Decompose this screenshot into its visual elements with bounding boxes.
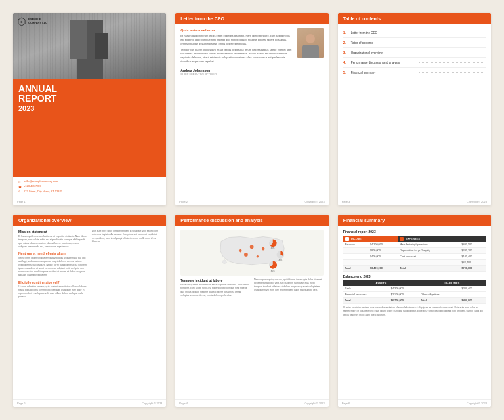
org-col2-text: Duis aute irure dolor in reprehenderit i… bbox=[92, 230, 161, 243]
card-content: Quis autem vel eum Et harum quidem rerum… bbox=[175, 24, 328, 198]
card-header: Organizational overview bbox=[13, 215, 166, 226]
card-cover: E EXAMPLE COMPANY LLC ANNUAL REPORT 2023… bbox=[13, 13, 166, 205]
card-content: Mission statement Et harum quidem rerum … bbox=[13, 226, 166, 399]
copyright: Copyright © 2023 bbox=[304, 402, 324, 405]
toc-list: 1. Letter from the CEO 2. Table of conte… bbox=[343, 28, 486, 77]
page-number: Page 1 bbox=[17, 200, 26, 203]
org-col-1: Mission statement Et harum quidem rerum … bbox=[18, 230, 88, 299]
toc-item-2: 2. Table of contents bbox=[343, 38, 486, 48]
location-icon: ⊙ bbox=[18, 190, 22, 193]
org-columns: Mission statement Et harum quidem rerum … bbox=[18, 230, 161, 299]
card-content: 65% 40% 80% Tempore bbox=[175, 226, 328, 399]
copyright: Copyright © 2023 bbox=[467, 402, 487, 405]
income-expenses-table: INCOME EXPENSES Revenue $4,200,000 Manuf… bbox=[343, 236, 486, 272]
fin-total-row: Total $3,400,000 Total $700,000 bbox=[343, 266, 486, 272]
perf-col2: Nesque porro quisquam est, qui dolorem i… bbox=[254, 278, 324, 292]
card-header: Table of contents bbox=[338, 13, 491, 24]
card-content: Financial report 2023 INCOME EXPENSES bbox=[338, 226, 491, 399]
balance-total-row: Total $6,700,000 Total $400,000 bbox=[343, 298, 486, 304]
svg-point-2 bbox=[239, 249, 242, 253]
card-org: Organizational overview Mission statemen… bbox=[13, 215, 166, 407]
financial-report-title: Financial report 2023 bbox=[343, 230, 486, 234]
page-number: Page 2 bbox=[179, 200, 188, 203]
toc-item-3: 3. Organizational overview bbox=[343, 48, 486, 58]
svg-text:E: E bbox=[21, 20, 23, 24]
liabilities-header: LIABILITIES bbox=[419, 280, 486, 286]
balance-row-2: Financial resources $2,100,000 Other obl… bbox=[343, 292, 486, 298]
balance-title: Balance end 2023 bbox=[343, 274, 486, 278]
card-footer: Page 6 Copyright © 2023 bbox=[338, 399, 491, 407]
financial-footer-text: Ut enim ad minim veniam, quis nostrud ex… bbox=[343, 306, 486, 317]
cover-orange-section: ANNUAL REPORT 2023 bbox=[13, 79, 166, 177]
org-orange-title-1: Nentrum et hendreflenis aliam bbox=[18, 251, 88, 255]
card-financial: Financial summary Financial report 2023 … bbox=[338, 215, 491, 407]
org-text-2: Ut enim ad minim veniam, quis nostrud ex… bbox=[18, 285, 88, 299]
perf-col-2: Nesque porro quisquam est, qui dolorem i… bbox=[254, 278, 324, 297]
card-header: Performance discussion and analysis bbox=[175, 215, 328, 226]
card-performance: Performance discussion and analysis bbox=[175, 215, 328, 407]
perf-section-title: Tempore incidunt ut labore bbox=[180, 278, 250, 282]
toc-item-4: 4. Performance discussion and analysis bbox=[343, 58, 486, 68]
ceo-role: CHIEF EXECUTIVE OFFICER bbox=[180, 72, 323, 75]
svg-point-3 bbox=[250, 245, 254, 249]
company-name: EXAMPLE COMPANY LLC bbox=[28, 18, 47, 25]
page-number: Page 4 bbox=[179, 402, 188, 405]
usa-map-svg: 65% 40% 80% bbox=[180, 230, 323, 276]
card-footer: Page 3 Copyright © 2023 bbox=[338, 198, 491, 205]
income-header: INCOME bbox=[343, 236, 398, 242]
balance-row-1: Cash $4,300,000 $200,400 bbox=[343, 286, 486, 292]
building-graphic bbox=[77, 20, 103, 79]
contact-info: ✉ hello@examplecompany.com ☎ +123 456 78… bbox=[18, 180, 161, 194]
card-header: Financial summary bbox=[338, 215, 491, 226]
svg-point-6 bbox=[257, 255, 259, 258]
copyright: Copyright © 2023 bbox=[467, 200, 487, 203]
fin-row-2: $800,000 Depreciation for yr. 1 equity $… bbox=[343, 248, 486, 254]
fin-row-1: Revenue $4,200,000 Manufacturing/operati… bbox=[343, 242, 486, 248]
org-orange-title-2: Eligibile sunt in naipe vel? bbox=[18, 280, 88, 284]
svg-text:40%: 40% bbox=[279, 259, 283, 262]
cover-year: 2023 bbox=[18, 104, 161, 112]
phone-icon: ☎ bbox=[18, 185, 22, 188]
assets-header: ASSETS bbox=[343, 280, 419, 286]
svg-point-5 bbox=[244, 253, 248, 257]
expenses-header: EXPENSES bbox=[398, 236, 486, 242]
company-logo: E EXAMPLE COMPANY LLC bbox=[17, 17, 47, 26]
card-footer: Page 4 Copyright © 2023 bbox=[175, 399, 328, 407]
page-number: Page 6 bbox=[342, 402, 350, 405]
performance-map: 65% 40% 80% bbox=[180, 230, 323, 276]
fin-row-3: $400,000 Cost to market $100,400 bbox=[343, 254, 486, 260]
balance-table: ASSETS LIABILITIES Cash $4,300,000 $200,… bbox=[343, 280, 486, 304]
card-footer: Page 1 bbox=[13, 198, 166, 205]
perf-body: Et harum quidem rerum facilis est et exp… bbox=[180, 284, 250, 297]
card-footer: Page 2 Copyright © 2023 bbox=[175, 198, 328, 205]
cover-title: ANNUAL REPORT bbox=[18, 84, 161, 104]
card-ceo-letter: Letter from the CEO Quis autem vel eum E… bbox=[175, 13, 328, 205]
page-number: Page 5 bbox=[17, 402, 26, 405]
org-col-2: Duis aute irure dolor in reprehenderit i… bbox=[92, 230, 161, 299]
copyright: Copyright © 2023 bbox=[304, 200, 324, 203]
fin-row-4: $82,400 bbox=[343, 260, 486, 266]
svg-point-4 bbox=[262, 247, 265, 251]
email-icon: ✉ bbox=[18, 180, 22, 184]
perf-col-1: Tempore incidunt ut labore Et harum quid… bbox=[180, 278, 250, 297]
card-toc: Table of contents 1. Letter from the CEO… bbox=[338, 13, 491, 205]
copyright: Copyright © 2023 bbox=[142, 402, 162, 405]
card-header: Letter from the CEO bbox=[175, 13, 328, 24]
card-content: 1. Letter from the CEO 2. Table of conte… bbox=[338, 24, 491, 198]
logo-icon: E bbox=[17, 17, 26, 26]
toc-item-1: 1. Letter from the CEO bbox=[343, 28, 486, 38]
ceo-photo bbox=[297, 28, 324, 58]
cover-footer: ✉ hello@examplecompany.com ☎ +123 456 78… bbox=[13, 177, 166, 198]
page-grid: E EXAMPLE COMPANY LLC ANNUAL REPORT 2023… bbox=[13, 13, 491, 407]
toc-item-5: 5. Financial summary bbox=[343, 68, 486, 77]
svg-text:65%: 65% bbox=[271, 247, 275, 250]
mission-text: Et harum quidem rerum facilis est et exp… bbox=[18, 235, 88, 249]
performance-text: Tempore incidunt ut labore Et harum quid… bbox=[180, 278, 323, 297]
org-text-1: Nemo enim ipsam voluptatem quia voluptas… bbox=[18, 257, 88, 278]
page-number: Page 3 bbox=[342, 200, 350, 203]
mission-title: Mission statement bbox=[18, 230, 88, 234]
svg-text:80%: 80% bbox=[271, 270, 275, 272]
card-footer: Page 5 Copyright © 2023 bbox=[13, 399, 166, 407]
